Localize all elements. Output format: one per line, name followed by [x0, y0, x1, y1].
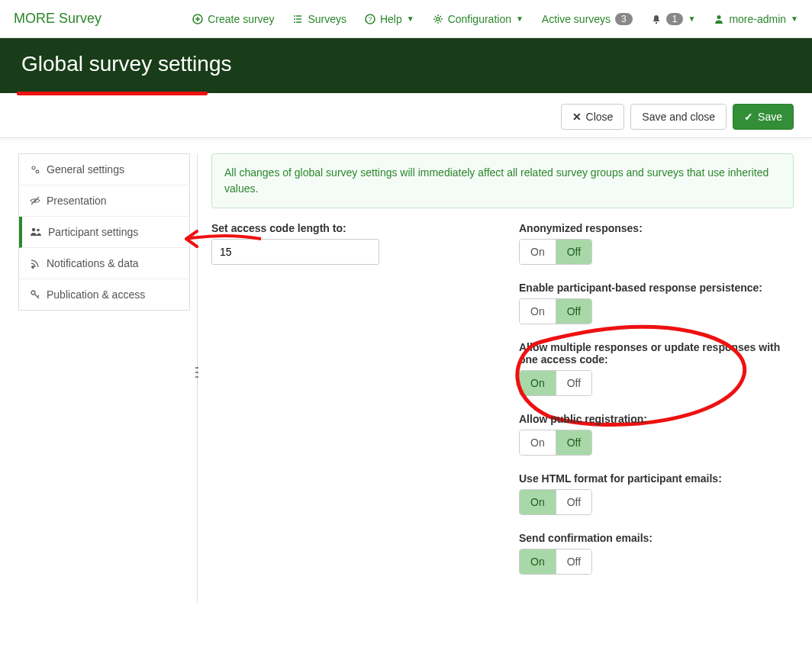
- persistence-label: Enable participant-based response persis…: [519, 282, 794, 294]
- gears-icon: [30, 164, 40, 175]
- plus-circle-icon: [192, 14, 203, 24]
- sidebar-item-presentation[interactable]: Presentation: [19, 185, 189, 217]
- multi-responses-on[interactable]: On: [520, 371, 556, 395]
- sidebar-item-label: General settings: [47, 163, 124, 176]
- users-icon: [30, 227, 42, 237]
- sidebar-item-label: Publication & access: [47, 288, 145, 301]
- sidebar-resize-rail: [192, 153, 198, 604]
- html-email-group: Use HTML format for participant emails: …: [519, 472, 794, 515]
- public-registration-toggle: On Off: [519, 430, 592, 456]
- nav-config[interactable]: Configuration ▼: [433, 13, 524, 25]
- save-and-close-button[interactable]: Save and close: [630, 104, 727, 130]
- persistence-on[interactable]: On: [520, 299, 556, 324]
- sidebar-item-label: Notifications & data: [47, 257, 139, 269]
- nav-user-menu[interactable]: more-admin ▼: [714, 13, 798, 25]
- nav-active-surveys[interactable]: Active surveys 3: [542, 13, 633, 25]
- caret-down-icon: ▼: [791, 14, 798, 23]
- public-registration-off[interactable]: Off: [556, 430, 591, 455]
- rss-icon: [30, 258, 40, 269]
- nav-create-survey[interactable]: Create survey: [192, 13, 274, 25]
- sidebar-panel: General settings Presentation Participan…: [18, 153, 190, 311]
- sidebar-item-participant[interactable]: Participant settings: [19, 217, 189, 248]
- multi-responses-toggle: On Off: [519, 370, 592, 396]
- main-panel: All changes of global survey settings wi…: [211, 153, 794, 591]
- nav-surveys-label: Surveys: [308, 13, 346, 25]
- active-count-badge: 3: [615, 13, 633, 25]
- nav-user-label: more-admin: [729, 13, 786, 25]
- svg-point-9: [32, 228, 35, 231]
- html-email-toggle: On Off: [519, 489, 592, 515]
- persistence-off[interactable]: Off: [556, 299, 591, 324]
- confirmation-email-label: Send confirmation emails:: [519, 532, 794, 544]
- caret-down-icon: ▼: [407, 14, 414, 23]
- public-registration-on[interactable]: On: [520, 430, 556, 455]
- page-title: Global survey settings: [21, 52, 791, 76]
- sidebar-item-label: Presentation: [47, 195, 107, 207]
- right-fields: Anonymized responses: On Off Enable part…: [519, 222, 794, 591]
- persistence-group: Enable participant-based response persis…: [519, 282, 794, 324]
- sidebar: General settings Presentation Participan…: [18, 153, 190, 591]
- anonymized-toggle: On Off: [519, 239, 592, 265]
- list-icon: [292, 14, 303, 24]
- question-circle-icon: ?: [365, 14, 375, 24]
- top-nav: MORE Survey Create survey Surveys ? Help…: [0, 0, 812, 38]
- svg-point-11: [31, 291, 35, 295]
- public-registration-group: Allow public registration: On Off: [519, 413, 794, 456]
- save-label: Save: [758, 111, 782, 123]
- anonymized-responses-group: Anonymized responses: On Off: [519, 222, 794, 265]
- annotation-underline: [17, 92, 208, 95]
- confirmation-email-on[interactable]: On: [520, 549, 556, 574]
- toolbar-divider: [0, 137, 812, 138]
- anonymized-label: Anonymized responses:: [519, 222, 794, 234]
- nav-notifications[interactable]: 1 ▼: [651, 13, 696, 25]
- nav-create-label: Create survey: [208, 13, 274, 25]
- notif-count-badge: 1: [666, 13, 684, 25]
- svg-point-5: [717, 15, 721, 19]
- content: General settings Presentation Participan…: [0, 153, 812, 610]
- sidebar-item-notifications[interactable]: Notifications & data: [19, 248, 189, 279]
- brand-logo[interactable]: MORE Survey: [14, 11, 102, 27]
- anonymized-off[interactable]: Off: [556, 240, 591, 264]
- public-registration-label: Allow public registration:: [519, 413, 794, 425]
- html-email-off[interactable]: Off: [556, 490, 591, 514]
- sidebar-resize-handle[interactable]: [195, 367, 199, 378]
- user-icon: [714, 14, 724, 24]
- svg-point-7: [36, 170, 39, 173]
- nav-config-label: Configuration: [448, 13, 511, 25]
- close-icon: ✕: [572, 111, 582, 123]
- anonymized-on[interactable]: On: [520, 240, 556, 264]
- svg-point-3: [437, 18, 440, 21]
- key-icon: [30, 289, 40, 300]
- caret-down-icon: ▼: [688, 14, 695, 23]
- svg-point-6: [32, 166, 35, 169]
- inherit-alert: All changes of global survey settings wi…: [211, 153, 794, 208]
- close-label: Close: [586, 111, 614, 123]
- html-email-on[interactable]: On: [520, 490, 556, 514]
- confirmation-email-off[interactable]: Off: [556, 549, 591, 574]
- confirmation-email-group: Send confirmation emails: On Off: [519, 532, 794, 575]
- close-button[interactable]: ✕ Close: [561, 104, 625, 130]
- bell-icon: [651, 14, 662, 24]
- fields-row: Set access code length to: Anonymized re…: [211, 222, 794, 591]
- html-email-label: Use HTML format for participant emails:: [519, 472, 794, 485]
- multi-responses-group: Allow multiple responses or update respo…: [519, 341, 794, 396]
- save-button[interactable]: ✓ Save: [733, 104, 794, 130]
- access-code-length-input[interactable]: [211, 239, 379, 265]
- save-close-label: Save and close: [642, 111, 715, 123]
- sidebar-item-publication[interactable]: Publication & access: [19, 279, 189, 310]
- page-title-band: Global survey settings: [0, 38, 812, 93]
- multi-responses-off[interactable]: Off: [556, 371, 591, 395]
- gear-icon: [433, 14, 443, 24]
- nav-items: Create survey Surveys ? Help ▼ Configura…: [192, 13, 798, 25]
- nav-active-label: Active surveys: [542, 13, 611, 25]
- nav-surveys[interactable]: Surveys: [292, 13, 346, 25]
- left-fields: Set access code length to:: [211, 222, 488, 265]
- nav-help-label: Help: [380, 13, 402, 25]
- svg-point-4: [656, 21, 657, 23]
- eye-slash-icon: [30, 195, 40, 206]
- sidebar-item-general[interactable]: General settings: [19, 154, 189, 185]
- check-icon: ✓: [744, 111, 753, 123]
- toolbar: ✕ Close Save and close ✓ Save: [0, 93, 812, 137]
- multi-responses-label: Allow multiple responses or update respo…: [519, 341, 794, 366]
- nav-help[interactable]: ? Help ▼: [365, 13, 414, 25]
